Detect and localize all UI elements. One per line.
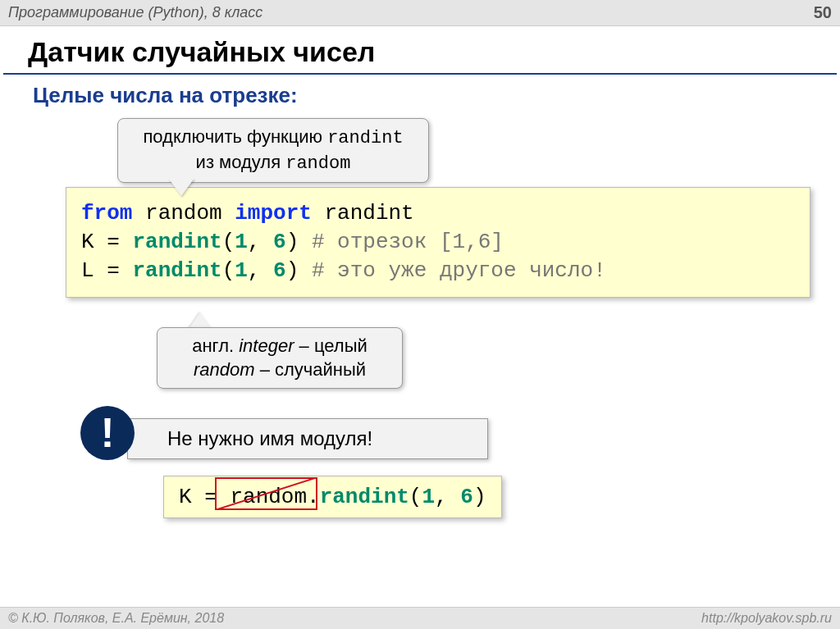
exclamation-icon: ! [80, 406, 135, 460]
slide-footer: © К.Ю. Поляков, Е.А. Ерёмин, 2018 http:/… [0, 607, 840, 629]
callout-tail-icon [189, 312, 212, 329]
callout-tail-icon [168, 178, 194, 196]
copyright: © К.Ю. Поляков, Е.А. Ерёмин, 2018 [8, 611, 224, 626]
section-subtitle: Целые числа на отрезке: [0, 75, 840, 115]
code-block-wrong: K = random.randint(1, 6) [163, 476, 502, 518]
callout-import-hint: подключить функцию randint из модуля ran… [117, 118, 429, 183]
footer-url: http://kpolyakov.spb.ru [701, 611, 832, 626]
note-text: Не нужно имя модуля! [167, 427, 372, 449]
course-label: Программирование (Python), 8 класс [8, 4, 262, 21]
slide-header: Программирование (Python), 8 класс 50 [0, 0, 840, 26]
note-bar: Не нужно имя модуля! [127, 418, 488, 459]
code-block-main: from random import randint K = randint(1… [66, 187, 810, 298]
callout-translation: англ. integer – целый random – случайный [157, 327, 403, 389]
page-number: 50 [814, 3, 832, 22]
slide-title: Датчик случайных чисел [3, 26, 837, 75]
